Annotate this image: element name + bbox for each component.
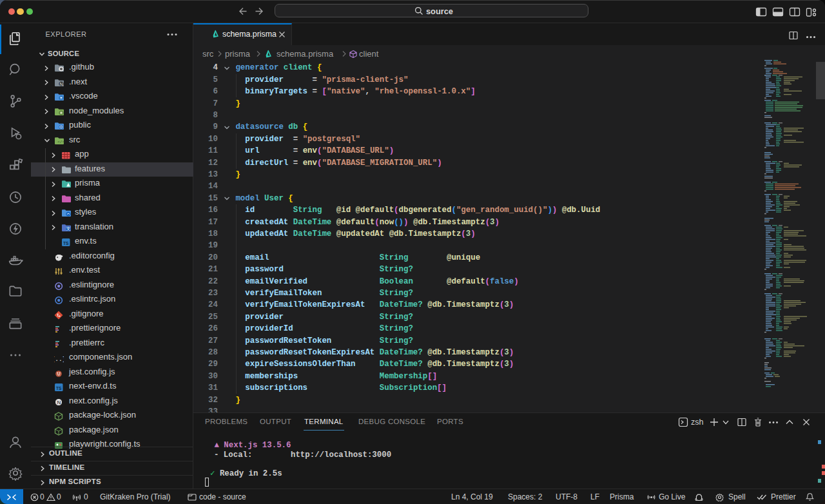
svg-text:TS: TS <box>63 241 69 246</box>
svg-text:{..}: {..} <box>54 356 64 363</box>
svg-text:TS: TS <box>56 386 62 391</box>
svg-text:N: N <box>57 400 61 405</box>
svg-text:文: 文 <box>66 226 71 231</box>
svg-text:N: N <box>59 81 63 86</box>
svg-text:</>: </> <box>57 140 64 144</box>
